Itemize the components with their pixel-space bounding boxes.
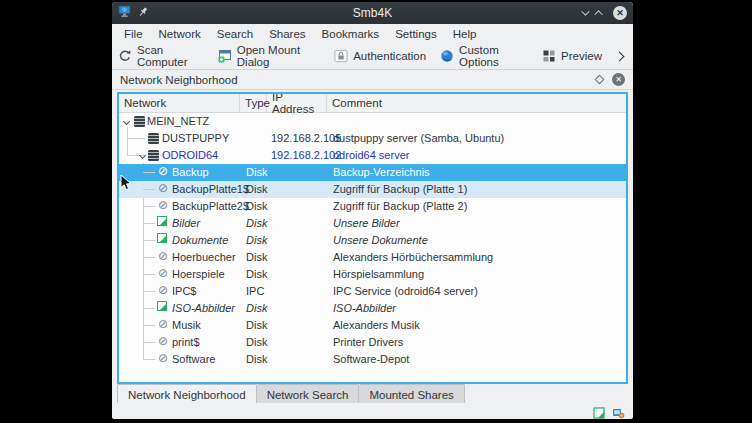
tab-network-neighborhood[interactable]: Network Neighborhood — [117, 384, 257, 403]
custom-options-label: Custom Options — [459, 44, 528, 68]
menu-bookmarks[interactable]: Bookmarks — [314, 26, 388, 42]
titlebar[interactable]: Smb4K ✕ — [112, 2, 633, 24]
open-mount-dialog-button[interactable]: Open Mount Dialog — [218, 44, 320, 68]
cell-network-name: BackupPlatte1$ — [172, 183, 249, 195]
tree-branch-stub — [143, 325, 155, 326]
cell-network-name: Musik — [172, 319, 201, 331]
preview-label: Preview — [561, 50, 602, 62]
window-title: Smb4K — [112, 6, 633, 20]
tree-row-backup[interactable]: ⊘BackupDiskBackup-Verzeichnis — [119, 164, 626, 181]
tree-row-hoerbuecher[interactable]: ⊘HoerbuecherDiskAlexanders Hörbüchersamm… — [119, 249, 626, 266]
tree-branch-stub — [143, 240, 155, 241]
menu-network[interactable]: Network — [151, 26, 209, 42]
tree-branch-stub — [127, 138, 145, 139]
cell-network-name: Hoerspiele — [172, 268, 225, 280]
app-icon — [118, 4, 131, 22]
menu-file[interactable]: File — [116, 26, 151, 42]
cell-comment: Unsere Dokumente — [333, 234, 428, 246]
tree-row-dokumente[interactable]: DokumenteDiskUnsere Dokumente — [119, 232, 626, 249]
cell-comment: Software-Depot — [333, 353, 409, 365]
menubar: FileNetworkSearchSharesBookmarksSettings… — [112, 24, 633, 43]
tree-branch-stub — [143, 257, 155, 258]
close-button[interactable]: ✕ — [613, 6, 627, 20]
tree-row-ipc[interactable]: ⊘IPC$IPCIPC Service (odroid64 server) — [119, 283, 626, 300]
tree-row-backupplatte1[interactable]: ⊘BackupPlatte1$DiskZugriff für Backup (P… — [119, 181, 626, 198]
expander-icon[interactable] — [139, 152, 146, 159]
float-icon[interactable] — [595, 75, 605, 85]
cell-ip-address: 192.168.2.105 — [271, 132, 341, 144]
tree-row-bilder[interactable]: BilderDiskUnsere Bilder — [119, 215, 626, 232]
pin-icon[interactable] — [137, 4, 149, 22]
cell-type: Disk — [246, 183, 267, 195]
share-unmounted-icon: ⊘ — [157, 200, 169, 212]
tree-row-dustpuppy[interactable]: DUSTPUPPY192.168.2.105dustpuppy server (… — [119, 130, 626, 147]
tab-mounted-shares[interactable]: Mounted Shares — [359, 384, 464, 403]
preview-button[interactable]: Preview — [542, 49, 602, 63]
cell-network-name: DUSTPUPPY — [162, 132, 229, 144]
cell-comment: dustpuppy server (Samba, Ubuntu) — [333, 132, 504, 144]
column-header-type[interactable]: Type — [240, 94, 267, 112]
tree-branch-stub — [143, 206, 155, 207]
column-header-network[interactable]: Network — [119, 94, 240, 112]
cell-type: Disk — [246, 166, 267, 178]
toolbar: Scan ComputerOpen Mount DialogAuthentica… — [112, 43, 633, 69]
cell-network-name: Hoerbuecher — [172, 251, 236, 263]
share-unmounted-icon: ⊘ — [157, 268, 169, 280]
tree-row-mein-netz[interactable]: MEIN_NETZ — [119, 113, 626, 130]
authentication-lock-icon — [334, 49, 348, 63]
maximize-button[interactable] — [594, 10, 602, 18]
server-icon — [148, 150, 159, 161]
cell-network-name: Software — [172, 353, 215, 365]
tree-row-software[interactable]: ⊘SoftwareDiskSoftware-Depot — [119, 351, 626, 368]
expander-icon[interactable] — [123, 118, 130, 125]
share-unmounted-icon: ⊘ — [157, 319, 169, 331]
share-mounted-icon — [157, 301, 167, 311]
share-unmounted-icon: ⊘ — [157, 166, 169, 178]
dock-close-icon[interactable]: ✕ — [612, 73, 625, 86]
tree-branch-stub — [143, 172, 155, 173]
tree-row-odroid64[interactable]: ODROID64192.168.2.102odroid64 server — [119, 147, 626, 164]
cell-comment: Printer Drivers — [333, 336, 403, 348]
bottom-tabbar: Network NeighborhoodNetwork SearchMounte… — [112, 384, 633, 403]
tree-branch-stub — [143, 223, 155, 224]
cell-type: Disk — [246, 302, 267, 314]
toolbar-overflow-button[interactable] — [616, 50, 627, 62]
network-connection-indicator-icon — [612, 405, 624, 417]
tree-branch-stub — [143, 274, 155, 275]
tree-row-musik[interactable]: ⊘MusikDiskAlexanders Musik — [119, 317, 626, 334]
tree-row-hoerspiele[interactable]: ⊘HoerspieleDiskHörspielsammlung — [119, 266, 626, 283]
column-header-comment[interactable]: Comment — [327, 94, 626, 112]
share-mounted-icon — [157, 216, 167, 226]
cell-type: Disk — [246, 319, 267, 331]
cell-comment: ISO-Abbilder — [333, 302, 396, 314]
tab-network-search[interactable]: Network Search — [257, 384, 360, 403]
tree-rows: MEIN_NETZDUSTPUPPY192.168.2.105dustpuppy… — [119, 113, 626, 382]
menu-settings[interactable]: Settings — [387, 26, 445, 42]
cell-type: Disk — [246, 217, 267, 229]
cell-comment: Zugriff für Backup (Platte 2) — [333, 200, 467, 212]
menu-help[interactable]: Help — [445, 26, 485, 42]
minimize-button[interactable] — [581, 7, 589, 15]
cell-comment: Zugriff für Backup (Platte 1) — [333, 183, 467, 195]
authentication-button[interactable]: Authentication — [334, 49, 426, 63]
preview-grid-icon — [542, 49, 556, 63]
scan-computer-button[interactable]: Scan Computer — [118, 44, 204, 68]
cell-network-name: print$ — [172, 336, 200, 348]
column-header-ip-address[interactable]: IP Address — [267, 94, 327, 112]
menu-search[interactable]: Search — [209, 26, 261, 42]
cell-comment: Backup-Verzeichnis — [333, 166, 430, 178]
share-mounted-icon — [157, 233, 167, 243]
tree-row-iso-abbilder[interactable]: ISO-AbbilderDiskISO-Abbilder — [119, 300, 626, 317]
refresh-icon — [118, 49, 132, 63]
tree-branch-stub — [143, 359, 155, 360]
menu-shares[interactable]: Shares — [261, 26, 313, 42]
tree-row-backupplatte2[interactable]: ⊘BackupPlatte2$DiskZugriff für Backup (P… — [119, 198, 626, 215]
cell-network-name: BackupPlatte2$ — [172, 200, 249, 212]
cell-network-name: Dokumente — [172, 234, 228, 246]
mount-dialog-icon — [218, 49, 232, 63]
network-browser: NetworkTypeIP AddressComment MEIN_NETZDU… — [117, 92, 628, 384]
dock-title-bar[interactable]: Network Neighborhood ✕ — [112, 69, 633, 90]
custom-options-button[interactable]: Custom Options — [440, 44, 528, 68]
tree-row-print[interactable]: ⊘print$DiskPrinter Drivers — [119, 334, 626, 351]
mounted-share-indicator-icon — [593, 405, 605, 417]
